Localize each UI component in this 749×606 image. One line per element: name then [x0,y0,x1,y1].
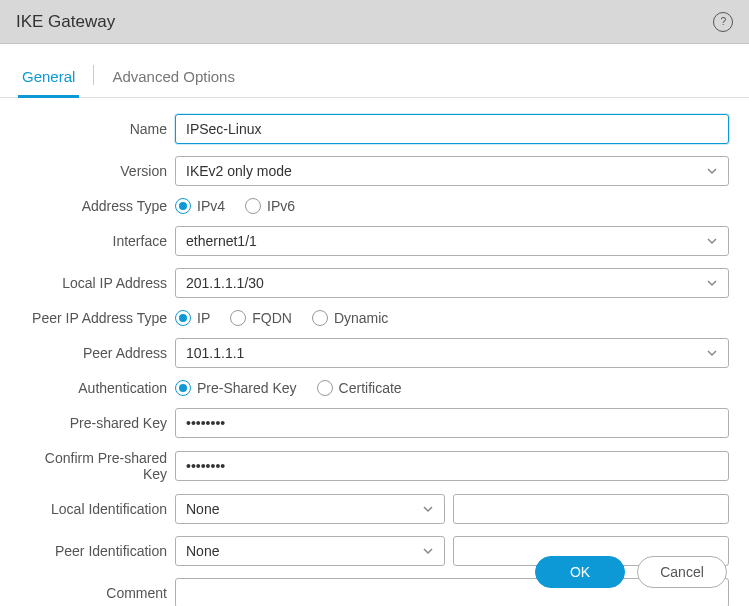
radio-peer-ip[interactable]: IP [175,310,210,326]
local-ident-input[interactable] [453,494,729,524]
cancel-button[interactable]: Cancel [637,556,727,588]
interface-select[interactable]: ethernet1/1 [175,226,729,256]
label-interface: Interface [20,233,175,249]
peer-address-value: 101.1.1.1 [186,345,244,361]
chevron-down-icon [706,347,718,359]
psk-input[interactable] [175,408,729,438]
local-ident-select[interactable]: None [175,494,445,524]
form-body: Name Version IKEv2 only mode Address Typ… [0,98,749,606]
radio-peer-dynamic-label: Dynamic [334,310,388,326]
chevron-down-icon [422,545,434,557]
dialog-footer: OK Cancel [535,556,727,588]
label-authentication: Authentication [20,380,175,396]
label-confirm-psk: Confirm Pre-shared Key [20,450,175,482]
radio-certificate-label: Certificate [339,380,402,396]
label-comment: Comment [20,585,175,601]
svg-text:?: ? [720,16,726,27]
radio-ipv4-label: IPv4 [197,198,225,214]
tab-separator [93,65,94,85]
tab-general[interactable]: General [18,62,79,98]
dialog-title: IKE Gateway [16,12,115,32]
label-address-type: Address Type [20,198,175,214]
local-ident-value: None [186,501,219,517]
label-local-ip: Local IP Address [20,275,175,291]
radio-peer-fqdn[interactable]: FQDN [230,310,292,326]
peer-ip-type-radio-group: IP FQDN Dynamic [175,310,388,326]
radio-psk[interactable]: Pre-Shared Key [175,380,297,396]
interface-value: ethernet1/1 [186,233,257,249]
help-icon[interactable]: ? [713,12,733,32]
radio-ipv6-label: IPv6 [267,198,295,214]
radio-peer-dynamic[interactable]: Dynamic [312,310,388,326]
label-name: Name [20,121,175,137]
confirm-psk-input[interactable] [175,451,729,481]
radio-ipv4[interactable]: IPv4 [175,198,225,214]
radio-peer-ip-label: IP [197,310,210,326]
chevron-down-icon [422,503,434,515]
radio-psk-label: Pre-Shared Key [197,380,297,396]
chevron-down-icon [706,277,718,289]
ok-button[interactable]: OK [535,556,625,588]
peer-ident-select[interactable]: None [175,536,445,566]
peer-ident-value: None [186,543,219,559]
label-peer-ip-type: Peer IP Address Type [20,310,175,326]
radio-certificate[interactable]: Certificate [317,380,402,396]
dialog-header: IKE Gateway ? [0,0,749,44]
radio-ipv6[interactable]: IPv6 [245,198,295,214]
label-peer-address: Peer Address [20,345,175,361]
label-psk: Pre-shared Key [20,415,175,431]
chevron-down-icon [706,165,718,177]
radio-peer-fqdn-label: FQDN [252,310,292,326]
authentication-radio-group: Pre-Shared Key Certificate [175,380,402,396]
label-peer-ident: Peer Identification [20,543,175,559]
name-input[interactable] [175,114,729,144]
chevron-down-icon [706,235,718,247]
peer-address-select[interactable]: 101.1.1.1 [175,338,729,368]
address-type-radio-group: IPv4 IPv6 [175,198,295,214]
version-value: IKEv2 only mode [186,163,292,179]
tab-advanced-options[interactable]: Advanced Options [108,62,239,98]
label-local-ident: Local Identification [20,501,175,517]
tab-bar: General Advanced Options [0,44,749,98]
label-version: Version [20,163,175,179]
local-ip-value: 201.1.1.1/30 [186,275,264,291]
version-select[interactable]: IKEv2 only mode [175,156,729,186]
local-ip-select[interactable]: 201.1.1.1/30 [175,268,729,298]
